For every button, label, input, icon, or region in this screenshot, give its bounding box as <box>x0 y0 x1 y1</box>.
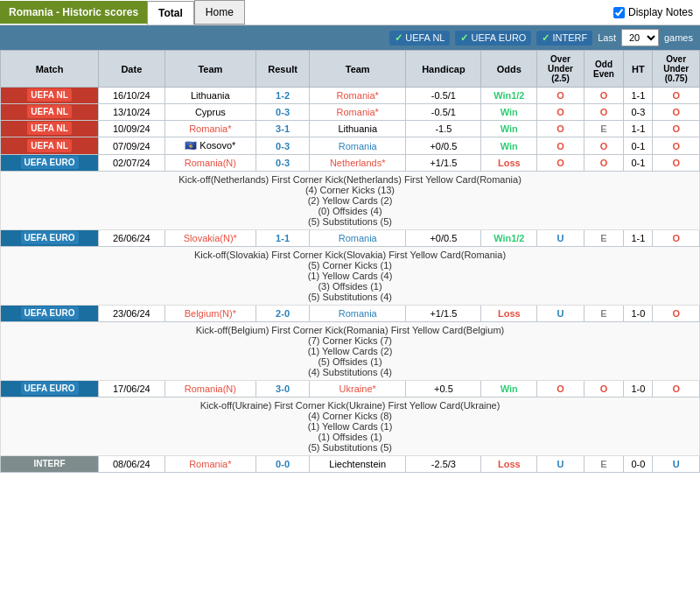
oe-cell: O <box>584 381 624 398</box>
comp-badge: UEFA NL <box>27 139 71 152</box>
score-link[interactable]: 3-1 <box>276 123 290 134</box>
last-select[interactable]: 20 10 30 All <box>621 29 659 46</box>
handicap-cell: -0.5/1 <box>406 104 481 121</box>
filter-badge-uefa-nl[interactable]: ✓ UEFA NL <box>389 31 450 46</box>
comp-badge: UEFA EURO <box>21 231 79 244</box>
date-cell: 26/06/24 <box>99 230 165 247</box>
circle-value: O <box>672 308 680 319</box>
circle-value: U <box>673 459 680 469</box>
score-cell[interactable]: 3-1 <box>256 121 310 137</box>
notes-line: (0) Offsides (4) <box>3 206 697 216</box>
notes-line: (2) Yellow Cards (2) <box>3 195 697 206</box>
team-name: Cyprus <box>195 107 226 117</box>
notes-line: (1) Yellow Cards (1) <box>3 421 697 432</box>
circle-value: O <box>672 123 680 134</box>
comp-cell: UEFA NL <box>1 137 99 155</box>
score-link[interactable]: 0-0 <box>276 459 290 469</box>
circle-value: O <box>672 141 680 151</box>
notes-row: Kick-off(Ukraine) First Corner Kick(Ukra… <box>1 398 700 456</box>
circle-value: O <box>600 90 608 101</box>
score-cell[interactable]: 0-3 <box>256 137 310 155</box>
odds-cell: Win1/2 <box>481 88 537 104</box>
odds-cell: Win <box>481 137 537 155</box>
comp-badge: UEFA NL <box>27 122 71 135</box>
notes-line: Kick-off(Slovakia) First Corner Kick(Slo… <box>3 250 697 260</box>
notes-line: (5) Substitutions (5) <box>3 216 697 227</box>
score-cell[interactable]: 0-0 <box>256 456 310 473</box>
notes-line: Kick-off(Ukraine) First Corner Kick(Ukra… <box>3 400 697 411</box>
comp-badge: UEFA EURO <box>21 382 79 395</box>
filter-badge-interf[interactable]: ✓ INTERF <box>536 31 592 46</box>
comp-cell: UEFA NL <box>1 88 99 104</box>
ou25-cell: O <box>537 155 584 172</box>
circle-value: O <box>556 383 564 394</box>
score-link[interactable]: 1-1 <box>276 233 290 243</box>
score-link[interactable]: 3-0 <box>276 383 290 394</box>
display-notes-checkbox[interactable] <box>613 7 625 18</box>
ou075-cell: O <box>653 104 700 121</box>
check-icon-interf: ✓ <box>542 32 550 44</box>
odds-cell: Loss <box>481 306 537 322</box>
odds-cell: Loss <box>481 155 537 172</box>
score-link[interactable]: 0-3 <box>276 141 290 151</box>
comp-badge: UEFA NL <box>27 88 71 102</box>
team2-cell: Romania <box>310 137 406 155</box>
odds-cell: Loss <box>481 456 537 473</box>
score-link[interactable]: 0-3 <box>276 107 290 117</box>
team-name: 🇽🇰 Kosovo* <box>185 140 235 151</box>
comp-badge: UEFA EURO <box>21 156 79 169</box>
score-cell[interactable]: 2-0 <box>256 306 310 322</box>
ht-cell: 1-0 <box>624 381 653 398</box>
score-link[interactable]: 0-3 <box>276 158 290 168</box>
oe-cell: O <box>584 104 624 121</box>
oe-cell: E <box>584 456 624 473</box>
date-cell: 08/06/24 <box>99 456 165 473</box>
circle-value: O <box>600 107 608 117</box>
table-row: UEFA EURO 26/06/24 Slovakia(N)* 1-1 Roma… <box>1 230 700 247</box>
ht-cell: 0-3 <box>624 104 653 121</box>
handicap-cell: +1/1.5 <box>406 155 481 172</box>
team-name: Romania <box>339 308 377 319</box>
team1-cell: Romania* <box>164 121 256 137</box>
date-cell: 10/09/24 <box>99 121 165 137</box>
team2-cell: Romania* <box>310 88 406 104</box>
matches-table: Match Date Team Result Team Handicap Odd… <box>0 50 700 473</box>
date-cell: 23/06/24 <box>99 306 165 322</box>
tab-home[interactable]: Home <box>194 0 245 25</box>
filter-badge-uefa-euro[interactable]: ✓ UEFA EURO <box>455 31 531 46</box>
team-name: Romania* <box>189 123 231 134</box>
score-link[interactable]: 1-2 <box>276 90 290 101</box>
handicap-cell: +0/0.5 <box>406 137 481 155</box>
team1-cell: Romania(N) <box>164 381 256 398</box>
comp-cell: UEFA EURO <box>1 230 99 247</box>
score-link[interactable]: 2-0 <box>276 308 290 319</box>
date-cell: 07/09/24 <box>99 137 165 155</box>
score-cell[interactable]: 3-0 <box>256 381 310 398</box>
col-odds: Odds <box>481 51 537 88</box>
table-row: UEFA NL 13/10/24 Cyprus 0-3 Romania* -0.… <box>1 104 700 121</box>
team-name: Slovakia(N)* <box>184 233 237 243</box>
display-notes-label: Display Notes <box>628 6 693 18</box>
handicap-cell: -2.5/3 <box>406 456 481 473</box>
team1-cell: Romania(N) <box>164 155 256 172</box>
ht-cell: 1-1 <box>624 230 653 247</box>
notes-line: (3) Offsides (1) <box>3 281 697 292</box>
tab-total[interactable]: Total <box>147 1 194 25</box>
comp-cell: UEFA EURO <box>1 381 99 398</box>
score-cell[interactable]: 0-3 <box>256 104 310 121</box>
score-cell[interactable]: 0-3 <box>256 155 310 172</box>
col-ou075: OverUnder(0.75) <box>653 51 700 88</box>
notes-line: (1) Offsides (1) <box>3 432 697 442</box>
score-cell[interactable]: 1-2 <box>256 88 310 104</box>
oe-cell: O <box>584 88 624 104</box>
circle-value: O <box>672 107 680 117</box>
notes-cell: Kick-off(Ukraine) First Corner Kick(Ukra… <box>1 398 700 456</box>
team-name: Romania* <box>189 459 231 469</box>
games-label: games <box>664 32 693 43</box>
score-cell[interactable]: 1-1 <box>256 230 310 247</box>
oe-cell: E <box>584 230 624 247</box>
team2-cell: Liechtenstein <box>310 456 406 473</box>
team-name: Romania <box>339 141 377 151</box>
check-icon-uefa-nl: ✓ <box>395 32 402 44</box>
handicap-cell: -0.5/1 <box>406 88 481 104</box>
